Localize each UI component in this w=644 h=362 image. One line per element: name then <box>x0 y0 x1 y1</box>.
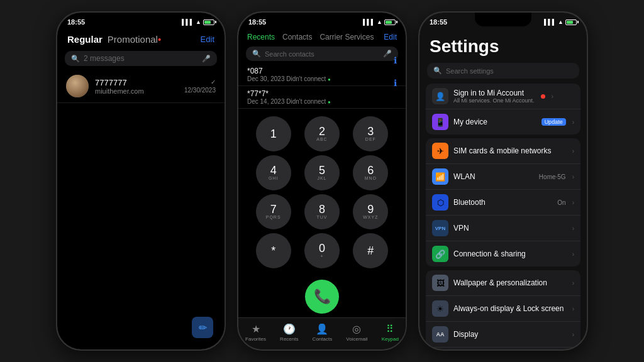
nav-keypad[interactable]: ⠿ Keypad <box>382 323 399 342</box>
chevron-right-icon: › <box>572 148 574 155</box>
messages-edit-button[interactable]: Edit <box>201 35 214 44</box>
nav-recents[interactable]: 🕐 Recents <box>280 323 298 342</box>
dial-2[interactable]: 2ABC <box>304 116 340 151</box>
bluetooth-value: On <box>557 199 565 206</box>
status-time: 18:55 <box>67 18 85 26</box>
wifi-icon: ▲ <box>196 19 201 25</box>
tab-regular[interactable]: Regular <box>67 34 103 45</box>
settings-screen: 18:55 ▌▌▌ ▲ Settings 🔍 Search settings 👤… <box>419 13 587 349</box>
dial-star[interactable]: * <box>256 233 291 268</box>
wifi-icon: ▲ <box>377 19 382 25</box>
dial-1[interactable]: 1 <box>256 116 291 151</box>
tab-recents[interactable]: Recents <box>247 33 275 41</box>
call-button[interactable]: 📞 <box>305 280 339 314</box>
wlan-label: WLAN <box>453 172 534 181</box>
call-number: *77*7* <box>247 89 397 98</box>
dial-4[interactable]: 4GHI <box>256 155 291 190</box>
notch <box>294 13 350 26</box>
vpn-label: VPN <box>453 224 566 233</box>
phone-messages: 18:55 ▌▌▌ ▲ Regular Promotional• Edit 🔍 <box>56 11 226 351</box>
message-item[interactable]: 7777777 miuithemer.com ✓ 12/30/2023 <box>57 70 225 103</box>
call-item[interactable]: ℹ *77*7* Dec 14, 2023 Didn't connect ● <box>238 86 406 109</box>
nav-contacts[interactable]: 👤 Contacts <box>313 323 333 342</box>
display-label: Display <box>453 330 566 339</box>
nav-favorites[interactable]: ★ Favorites <box>245 323 266 342</box>
voicemail-icon: ◎ <box>352 323 361 335</box>
recents-icon: 🕐 <box>283 323 296 335</box>
chevron-right-icon: › <box>552 93 553 100</box>
display-icon: AA <box>432 326 448 343</box>
chevron-right-icon: › <box>572 251 574 258</box>
dial-9[interactable]: 9WXYZ <box>353 194 388 229</box>
call-info-button[interactable]: ℹ <box>394 78 397 88</box>
dial-3[interactable]: 3DEF <box>353 116 388 151</box>
tab-carrier-services[interactable]: Carrier Services <box>319 33 374 41</box>
dial-5[interactable]: 5JKL <box>304 155 340 190</box>
wallpaper-icon: 🖼 <box>432 275 448 291</box>
search-icon: 🔍 <box>252 50 261 58</box>
device-icon: 📱 <box>432 114 448 130</box>
dial-7[interactable]: 7PQRS <box>256 194 291 229</box>
compose-button[interactable]: ✏ <box>192 317 213 338</box>
avatar <box>66 75 89 97</box>
dialer-content: Recents Contacts Carrier Services Edit 🔍… <box>238 13 406 314</box>
call-info-button[interactable]: ℹ <box>394 55 397 65</box>
account-icon: 👤 <box>432 88 448 104</box>
contacts-label: Contacts <box>313 336 333 342</box>
settings-search-bar[interactable]: 🔍 Search settings <box>427 63 579 79</box>
wlan-value: Home·5G <box>539 173 566 180</box>
settings-item-connection[interactable]: 🔗 Connection & sharing › <box>426 241 580 266</box>
tab-promotional[interactable]: Promotional• <box>108 34 161 45</box>
messages-search-bar[interactable]: 🔍 2 messages 🎤 <box>65 51 217 66</box>
message-date: 12/30/2023 <box>184 87 216 94</box>
dial-0[interactable]: 0+ <box>304 233 340 268</box>
dialer-tabs: Recents Contacts Carrier Services <box>247 33 374 41</box>
settings-item-wallpaper[interactable]: 🖼 Wallpaper & personalization › <box>426 270 580 296</box>
chevron-right-icon: › <box>572 280 574 287</box>
device-label: My device <box>453 118 536 126</box>
settings-item-vpn[interactable]: VPN VPN › <box>426 216 580 241</box>
dial-hash[interactable]: # <box>353 233 388 268</box>
settings-item-device[interactable]: 📱 My device Update › <box>426 109 580 134</box>
nav-voicemail[interactable]: ◎ Voicemail <box>346 323 367 342</box>
dialer-search-bar[interactable]: 🔍 Search contacts 🎤 <box>246 47 398 61</box>
dial-6[interactable]: 6MNO <box>353 155 388 190</box>
chevron-right-icon: › <box>572 225 574 232</box>
message-preview: miuithemer.com <box>95 87 178 95</box>
call-meta: Dec 14, 2023 Didn't connect ● <box>247 98 397 105</box>
notch <box>475 13 531 26</box>
dialer-header: Recents Contacts Carrier Services Edit <box>238 30 406 44</box>
recents-label: Recents <box>280 336 298 342</box>
settings-item-account[interactable]: 👤 Sign in to Mi Account All Mi services.… <box>426 84 580 109</box>
messages-screen: 18:55 ▌▌▌ ▲ Regular Promotional• Edit 🔍 <box>57 13 225 349</box>
chevron-right-icon: › <box>572 173 574 180</box>
settings-item-wlan[interactable]: 📶 WLAN Home·5G › <box>426 164 580 190</box>
settings-item-aod[interactable]: ☀ Always-on display & Lock screen › <box>426 296 580 322</box>
dial-8[interactable]: 8TUV <box>304 194 340 229</box>
dialpad: 1 2ABC 3DEF 4GHI 5JKL 6MNO 7PQRS 8TUV 9W… <box>238 111 406 273</box>
tab-contacts[interactable]: Contacts <box>282 33 312 41</box>
settings-item-sim[interactable]: ✈ SIM cards & mobile networks › <box>426 138 580 164</box>
status-icons: ▌▌▌ ▲ <box>544 19 577 25</box>
vpn-icon: VPN <box>432 220 448 236</box>
call-item[interactable]: ℹ *087 Dec 30, 2023 Didn't connect ● <box>238 63 406 86</box>
settings-list-display: 🖼 Wallpaper & personalization › ☀ Always… <box>426 270 580 349</box>
settings-item-bluetooth[interactable]: ⬡ Bluetooth On › <box>426 190 580 216</box>
bluetooth-icon: ⬡ <box>432 194 448 211</box>
aod-icon: ☀ <box>432 300 448 317</box>
keypad-label: Keypad <box>382 336 399 342</box>
chevron-right-icon: › <box>572 119 574 126</box>
call-meta: Dec 30, 2023 Didn't connect ● <box>247 75 397 82</box>
read-check-icon: ✓ <box>211 79 216 85</box>
settings-item-display[interactable]: AA Display › <box>426 322 580 348</box>
bottom-navigation: ★ Favorites 🕐 Recents 👤 Contacts ◎ Voice… <box>238 317 406 349</box>
phone-settings: 18:55 ▌▌▌ ▲ Settings 🔍 Search settings 👤… <box>418 11 588 351</box>
dialer-screen: 18:55 ▌▌▌ ▲ Recents Contacts Carrier Ser… <box>238 13 406 349</box>
dialer-edit-button[interactable]: Edit <box>384 33 397 41</box>
account-label: Sign in to Mi Account <box>453 89 535 97</box>
chevron-right-icon: › <box>572 331 574 338</box>
settings-item-sound[interactable]: 🔊 Sound & vibration › <box>426 348 580 349</box>
call-button-row: 📞 <box>238 280 406 314</box>
signal-icon: ▌▌▌ <box>182 19 194 25</box>
aod-label: Always-on display & Lock screen <box>453 304 566 313</box>
